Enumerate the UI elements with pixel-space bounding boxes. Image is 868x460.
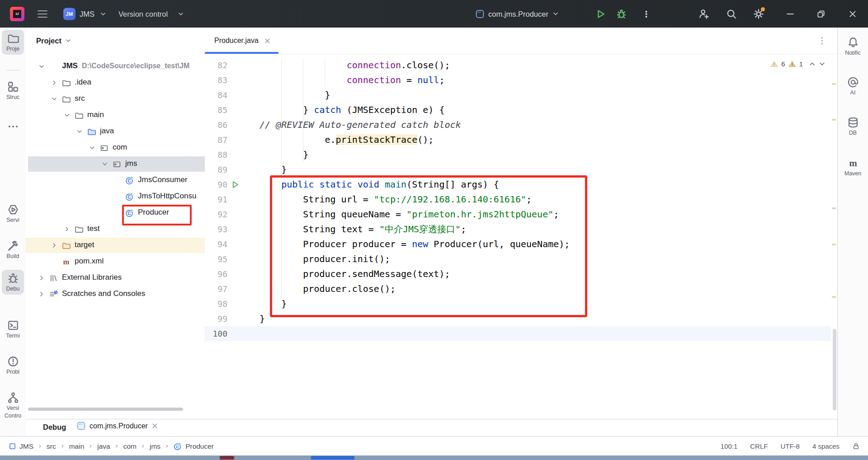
window-restore-button[interactable] bbox=[816, 9, 826, 19]
stripe-item-database[interactable]: DB bbox=[842, 114, 864, 139]
prev-problem-chevron-up-icon[interactable] bbox=[809, 61, 816, 66]
stripe-item-build[interactable]: Build bbox=[2, 237, 24, 262]
structure-icon bbox=[7, 81, 19, 93]
vcs-chevron-down-icon[interactable] bbox=[178, 12, 184, 16]
breadcrumb-producer[interactable]: CProducer bbox=[174, 442, 214, 451]
tree-item-java[interactable]: java bbox=[26, 123, 205, 140]
stripe-item-terminal[interactable]: Termi bbox=[2, 317, 24, 342]
chevron-right-icon[interactable] bbox=[63, 225, 71, 233]
search-everywhere-icon[interactable] bbox=[726, 9, 737, 19]
stripe-item-more[interactable] bbox=[2, 118, 24, 135]
analysis-stripe-mark[interactable] bbox=[832, 207, 836, 209]
line-number: 82 bbox=[207, 58, 227, 73]
code-text: } bbox=[259, 311, 265, 326]
window-close-button[interactable] bbox=[848, 9, 857, 19]
stripe-item-problems[interactable]: Probl bbox=[2, 353, 24, 378]
chevron-down-icon[interactable] bbox=[38, 63, 45, 70]
more-actions-icon[interactable]: ⋮ bbox=[642, 9, 651, 19]
breadcrumb-java[interactable]: java bbox=[97, 442, 110, 451]
chevron-right-icon[interactable] bbox=[38, 274, 45, 282]
stripe-item-maven[interactable]: mMaven bbox=[842, 155, 864, 179]
tree-item-jmsconsumer[interactable]: CJmsConsumer bbox=[26, 172, 205, 188]
editor-vertical-scrollbar[interactable] bbox=[833, 329, 836, 410]
breadcrumb-main[interactable]: main bbox=[69, 442, 85, 451]
chevron-down-icon[interactable] bbox=[63, 112, 71, 119]
breadcrumb-separator-icon bbox=[141, 444, 146, 449]
code-with-me-icon[interactable] bbox=[698, 9, 709, 19]
next-problem-chevron-down-icon[interactable] bbox=[819, 61, 826, 66]
project-horizontal-scrollbar[interactable] bbox=[28, 408, 183, 411]
project-chevron-down-icon[interactable] bbox=[100, 12, 106, 16]
debug-session-tab[interactable]: com.jms.Producer bbox=[77, 422, 158, 430]
run-main-gutter-icon[interactable] bbox=[231, 181, 239, 188]
tree-item-target[interactable]: target bbox=[26, 237, 205, 253]
tab-close-icon[interactable] bbox=[264, 38, 270, 44]
window-minimize-button[interactable] bbox=[786, 9, 795, 19]
tree-item-src[interactable]: src bbox=[26, 91, 205, 107]
tree-item-jms[interactable]: JMSD:\CodeSource\eclipse_test\JM bbox=[26, 58, 205, 75]
run-config-chevron-down-icon bbox=[552, 12, 559, 16]
debug-button[interactable] bbox=[616, 9, 627, 19]
editor-tab-producer-java[interactable]: Producer.java bbox=[205, 28, 278, 54]
line-number: 95 bbox=[207, 252, 227, 267]
stripe-item-notifications[interactable]: Notific bbox=[842, 34, 864, 59]
tree-item-producer[interactable]: CProducer bbox=[26, 205, 205, 221]
line-number: 96 bbox=[207, 267, 227, 282]
tree-item--idea[interactable]: .idea bbox=[26, 75, 205, 91]
analysis-stripe-mark[interactable] bbox=[832, 83, 836, 85]
indent-widget[interactable]: 4 spaces bbox=[812, 442, 840, 450]
settings-gear-icon[interactable] bbox=[753, 9, 764, 19]
tree-item-label: Producer bbox=[138, 208, 169, 217]
chevron-right-icon[interactable] bbox=[38, 291, 45, 298]
tree-item-label: pom.xml bbox=[75, 257, 104, 266]
inspections-widget[interactable]: 6 1 bbox=[770, 60, 826, 68]
write-access-lock-icon[interactable] bbox=[852, 442, 860, 450]
caret-position-widget[interactable]: 100:1 bbox=[721, 442, 738, 450]
code-editor[interactable]: 82 connection.close();83 connection = nu… bbox=[205, 54, 837, 419]
analysis-stripe-mark[interactable] bbox=[832, 296, 836, 298]
line-ending-widget[interactable]: CRLF bbox=[750, 442, 768, 450]
stripe-item-project[interactable]: Proje bbox=[2, 30, 24, 55]
analysis-stripe-mark[interactable] bbox=[832, 244, 836, 245]
analysis-stripe-mark[interactable] bbox=[832, 119, 836, 121]
project-name-widget[interactable]: JMS bbox=[80, 9, 94, 18]
debug-tab-close-icon[interactable] bbox=[152, 423, 158, 429]
tree-item-jmstohttpconsu[interactable]: CJmsToHttpConsu bbox=[26, 188, 205, 205]
tree-item-scratches-and-consoles[interactable]: Scratches and Consoles bbox=[26, 286, 205, 302]
chevron-down-icon[interactable] bbox=[51, 95, 58, 103]
stripe-item-structure[interactable]: Struc bbox=[2, 78, 24, 103]
code-line-87: 87 e.printStackTrace(); bbox=[205, 132, 837, 147]
chevron-down-icon[interactable] bbox=[101, 160, 108, 168]
encoding-widget[interactable]: UTF-8 bbox=[780, 442, 800, 450]
tree-item-external-libraries[interactable]: External Libraries bbox=[26, 270, 205, 286]
hamburger-menu-icon[interactable] bbox=[38, 10, 47, 18]
stripe-item-version-control[interactable]: VersiContro bbox=[2, 389, 24, 422]
tree-item-com[interactable]: com bbox=[26, 140, 205, 156]
chevron-right-icon[interactable] bbox=[51, 79, 58, 86]
chevron-down-icon[interactable] bbox=[89, 144, 96, 151]
run-configuration-selector[interactable]: com.jms.Producer bbox=[476, 9, 559, 18]
tree-item-test[interactable]: test bbox=[26, 221, 205, 237]
project-avatar[interactable]: JM bbox=[63, 8, 75, 20]
code-text: producer.sendMessage(text); bbox=[259, 267, 450, 282]
folder-excluded-icon bbox=[62, 241, 71, 250]
breadcrumb-com[interactable]: com bbox=[123, 442, 137, 451]
tree-item-main[interactable]: main bbox=[26, 107, 205, 123]
breadcrumb-jms[interactable]: JMS bbox=[9, 442, 33, 451]
stripe-item-services[interactable]: Servi bbox=[2, 201, 24, 226]
code-line-92: 92 String queueName = "primeton.hr.jms2h… bbox=[205, 207, 837, 222]
project-view-chevron-down-icon[interactable] bbox=[65, 38, 71, 43]
breadcrumb-src[interactable]: src bbox=[47, 442, 56, 451]
tab-options-icon[interactable]: ⋮ bbox=[818, 35, 826, 46]
tree-item-jms[interactable]: jms bbox=[26, 156, 205, 172]
project-folder-icon bbox=[7, 33, 19, 44]
tree-item-pom-xml[interactable]: mpom.xml bbox=[26, 253, 205, 270]
vcs-widget[interactable]: Version control bbox=[118, 9, 168, 18]
stripe-item-debug[interactable]: Debu bbox=[2, 270, 24, 295]
chevron-down-icon[interactable] bbox=[76, 128, 83, 135]
stripe-item-ai-assistant[interactable]: AI bbox=[842, 74, 864, 99]
chevron-right-icon[interactable] bbox=[51, 242, 58, 249]
project-panel-header[interactable]: Project bbox=[26, 28, 205, 54]
run-button[interactable] bbox=[596, 9, 606, 19]
breadcrumb-jms[interactable]: jms bbox=[150, 442, 160, 451]
